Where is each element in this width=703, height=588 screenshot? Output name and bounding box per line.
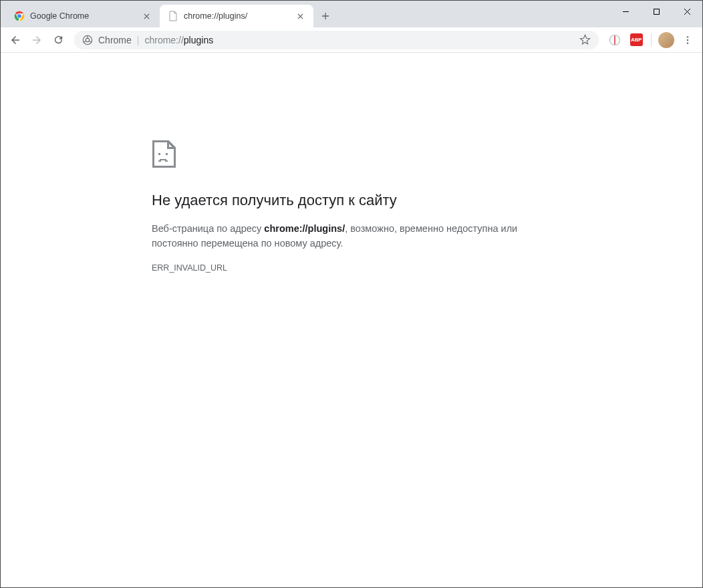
new-tab-button[interactable]: [316, 7, 335, 25]
sad-file-icon: [152, 140, 176, 168]
svg-point-7: [687, 36, 688, 37]
svg-point-2: [17, 14, 21, 18]
omnibox-chip: Chrome: [98, 35, 132, 45]
close-window-button[interactable]: [672, 1, 702, 22]
error-code: ERR_INVALID_URL: [152, 263, 553, 273]
back-button[interactable]: [6, 31, 25, 49]
error-title: Не удается получить доступ к сайту: [152, 192, 553, 209]
svg-point-9: [687, 42, 688, 43]
page-content: Не удается получить доступ к сайту Веб-с…: [1, 53, 702, 587]
error-panel: Не удается получить доступ к сайту Веб-с…: [152, 140, 553, 273]
omnibox-separator: |: [137, 35, 140, 45]
yandex-extension-icon[interactable]: [605, 31, 624, 49]
chrome-favicon-icon: [14, 11, 25, 21]
menu-button[interactable]: [678, 31, 697, 49]
maximize-button[interactable]: [641, 1, 672, 22]
minimize-button[interactable]: [610, 1, 641, 22]
svg-rect-10: [158, 153, 160, 155]
abp-extension-icon[interactable]: ABP: [627, 31, 646, 49]
error-message: Веб-страница по адресу chrome://plugins/…: [152, 221, 553, 251]
browser-window: Google Chrome chrome://plugins/: [0, 0, 703, 588]
toolbar-separator: [651, 33, 652, 47]
omnibox[interactable]: Chrome | chrome://plugins: [74, 31, 599, 49]
chrome-chip-icon: [82, 35, 93, 45]
tab-plugins[interactable]: chrome://plugins/: [160, 5, 313, 27]
tab-google-chrome[interactable]: Google Chrome: [6, 5, 160, 27]
toolbar: Chrome | chrome://plugins ABP: [1, 27, 702, 53]
page-favicon-icon: [168, 11, 178, 21]
svg-rect-11: [166, 153, 168, 155]
svg-rect-3: [654, 9, 659, 14]
forward-button[interactable]: [27, 31, 46, 49]
profile-avatar[interactable]: [657, 31, 676, 49]
tab-close-icon[interactable]: [295, 11, 305, 21]
bookmark-star-icon[interactable]: [579, 34, 591, 45]
omnibox-url: chrome://plugins: [144, 35, 213, 45]
window-controls: [610, 1, 702, 22]
tab-title: chrome://plugins/: [184, 11, 289, 21]
tab-strip: Google Chrome chrome://plugins/: [1, 1, 702, 27]
tab-title: Google Chrome: [30, 11, 136, 21]
reload-button[interactable]: [49, 31, 67, 49]
tab-close-icon[interactable]: [141, 11, 152, 21]
avatar-icon: [658, 32, 674, 48]
svg-point-5: [86, 38, 89, 41]
svg-point-8: [687, 39, 688, 40]
